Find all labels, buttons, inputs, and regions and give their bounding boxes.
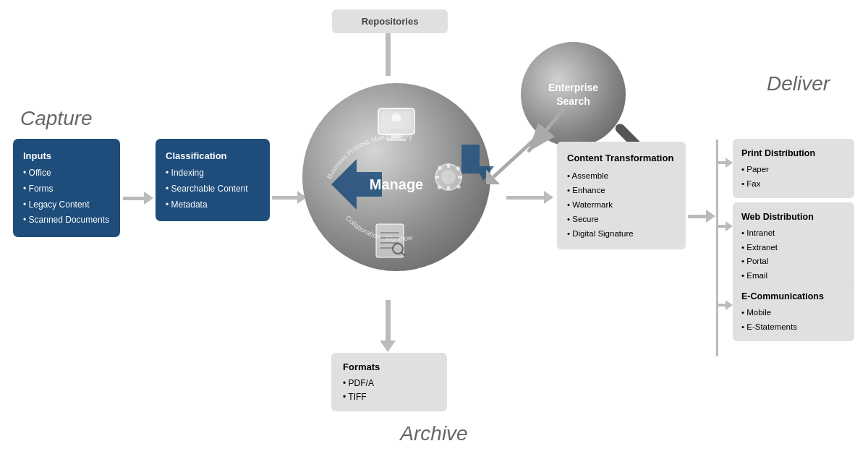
- manage-label: Manage: [370, 176, 423, 193]
- archive-label: Archive: [400, 422, 467, 445]
- ecomm-box: E-Communications • Mobile • E-Statements: [733, 282, 854, 341]
- formats-item-2: • TIFF: [343, 390, 435, 404]
- inputs-item-3: • Legacy Content: [23, 197, 110, 213]
- ct-item-4: • Secure: [567, 212, 676, 226]
- web-dist-item-2: • Extranet: [741, 241, 846, 255]
- classification-title: Classification: [166, 147, 260, 164]
- arrow-ct-to-deliver-line: [688, 210, 715, 223]
- inputs-item-1: • Office: [23, 166, 110, 181]
- svg-rect-9: [447, 163, 450, 168]
- manage-circle-area: Business Process Management Collaboratio…: [288, 72, 505, 296]
- formats-title: Formats: [343, 360, 435, 375]
- svg-rect-12: [458, 176, 462, 179]
- ct-item-2: • Enhance: [567, 183, 676, 197]
- classification-box: Classification • Indexing • Searchable C…: [156, 139, 270, 221]
- content-transformation-box: Content Transformation • Assemble • Enha…: [557, 142, 686, 249]
- content-transformation-title: Content Transformation: [567, 150, 676, 167]
- svg-rect-3: [391, 134, 401, 139]
- inputs-box: Inputs • Office • Forms • Legacy Content…: [13, 139, 120, 237]
- ct-item-3: • Watermark: [567, 197, 676, 212]
- print-dist-title: Print Distribution: [741, 146, 846, 161]
- svg-rect-11: [435, 176, 439, 179]
- ecomm-item-2: • E-Statements: [741, 320, 846, 335]
- svg-marker-25: [461, 145, 494, 181]
- inputs-title: Inputs: [23, 147, 110, 164]
- arrow-manage-to-content: [506, 191, 553, 204]
- ct-item-5: • Digital Signature: [567, 226, 676, 241]
- ecomm-title: E-Communications: [741, 289, 846, 304]
- formats-item-1: • PDF/A: [343, 377, 435, 390]
- classification-item-1: • Indexing: [166, 166, 260, 181]
- svg-rect-17: [376, 224, 404, 257]
- svg-rect-6: [392, 115, 401, 121]
- deliver-label: Deliver: [767, 72, 830, 95]
- classification-item-3: • Metadata: [166, 197, 260, 213]
- print-dist-item-2: • Fax: [741, 177, 846, 192]
- svg-rect-4: [386, 139, 407, 141]
- web-dist-title: Web Distribution: [741, 210, 846, 225]
- arrow-deliver-to-ecomm: [718, 300, 733, 310]
- ct-item-1: • Assemble: [567, 168, 676, 183]
- web-dist-item-4: • Email: [741, 269, 846, 283]
- svg-rect-10: [447, 186, 450, 190]
- print-distribution-box: Print Distribution • Paper • Fax: [733, 139, 854, 198]
- arrow-to-formats: [380, 300, 396, 352]
- capture-label: Capture: [20, 107, 93, 130]
- arrow-deliver-to-print: [718, 158, 733, 168]
- classification-item-2: • Searchable Content: [166, 181, 260, 197]
- print-dist-item-1: • Paper: [741, 163, 846, 177]
- web-dist-item-3: • Portal: [741, 254, 846, 269]
- formats-box: Formats • PDF/A • TIFF: [331, 353, 447, 411]
- web-dist-item-1: • Intranet: [741, 226, 846, 241]
- ecomm-item-1: • Mobile: [741, 306, 846, 320]
- arrow-inputs-to-classification: [123, 192, 153, 205]
- web-distribution-box: Web Distribution • Intranet • Extranet •…: [733, 202, 854, 290]
- inputs-item-2: • Forms: [23, 181, 110, 197]
- inputs-item-4: • Scanned Documents: [23, 213, 110, 228]
- arrow-deliver-to-web: [718, 221, 733, 231]
- deliver-vertical-line: [716, 140, 718, 356]
- svg-point-8: [441, 170, 456, 184]
- repositories-box: Repositories: [332, 9, 448, 33]
